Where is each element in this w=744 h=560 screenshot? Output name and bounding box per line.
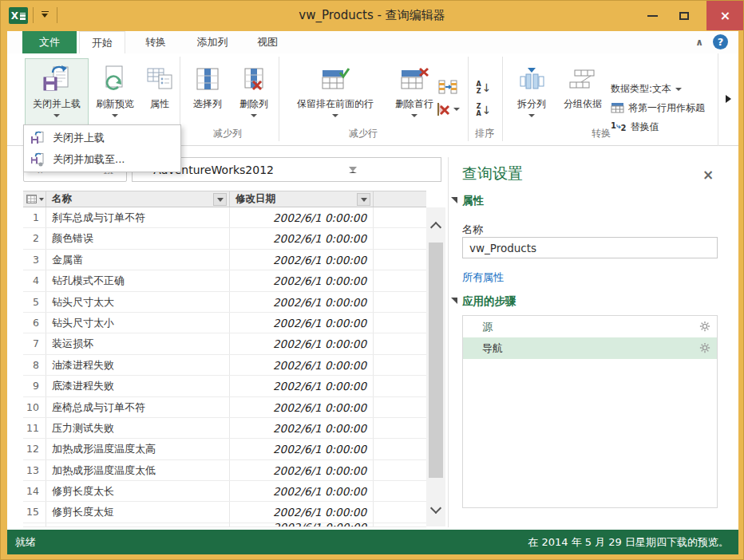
cell-modified-date[interactable]: 2002/6/1 0:00:00 xyxy=(230,460,374,480)
collapse-triangle-icon[interactable] xyxy=(451,197,457,203)
column-header-name[interactable]: 名称 xyxy=(46,191,230,207)
cell-modified-date[interactable]: 2002/6/1 0:00:00 xyxy=(230,250,374,270)
panel-title: 查询设置 xyxy=(462,164,523,184)
vertical-scrollbar[interactable] xyxy=(426,207,445,526)
collapse-ribbon-icon[interactable]: ∧ xyxy=(692,35,706,49)
scroll-up-icon[interactable] xyxy=(430,222,441,233)
cell-name[interactable]: 钻头尺寸太小 xyxy=(46,313,230,333)
column-header-modified-date[interactable]: 修改日期 xyxy=(230,191,374,207)
tab-view[interactable]: 视图 xyxy=(247,31,288,53)
cell-name[interactable]: 修剪长度太长 xyxy=(46,481,230,501)
cell-name[interactable]: 座椅总成与订单不符 xyxy=(46,397,230,417)
cell-modified-date[interactable]: 2002/6/1 0:00:00 xyxy=(230,439,374,459)
query-name-input[interactable] xyxy=(462,237,718,258)
cell-modified-date[interactable]: 2002/6/1 0:00:00 xyxy=(230,418,374,438)
panel-close-icon[interactable]: × xyxy=(702,167,714,183)
sort-ascending-button[interactable]: AZ ↓ xyxy=(473,77,494,97)
group-label-reduce-rows: 减少行 xyxy=(349,127,378,140)
tab-file[interactable]: 文件 xyxy=(22,31,77,53)
cell-modified-date[interactable]: 2002/6/1 0:00:00 xyxy=(230,270,374,290)
table-row[interactable]: 3 金属凿 2002/6/1 0:00:00 xyxy=(23,250,426,270)
collapse-triangle-icon[interactable] xyxy=(451,298,457,304)
group-label-reduce-columns: 减少列 xyxy=(213,127,242,140)
tab-add-column[interactable]: 添加列 xyxy=(184,31,240,53)
tab-transform[interactable]: 转换 xyxy=(133,31,178,53)
gear-icon[interactable] xyxy=(699,342,710,356)
expand-right-icon xyxy=(726,95,731,103)
applied-step-item[interactable]: 源 xyxy=(463,316,717,337)
scroll-down-icon[interactable] xyxy=(430,503,441,514)
replace-values-label: 替换值 xyxy=(631,120,659,134)
table-row[interactable]: 5 钻头尺寸太大 2002/6/1 0:00:00 xyxy=(23,292,426,313)
remove-duplicates-button[interactable] xyxy=(436,77,460,97)
filter-button[interactable] xyxy=(357,193,370,206)
cell-name[interactable]: 装运损坏 xyxy=(46,333,230,353)
cell-modified-date[interactable]: 2002/6/1 0:00:00 xyxy=(230,502,374,522)
group-separator xyxy=(502,57,503,141)
close-icon: × xyxy=(720,8,730,23)
cell-name[interactable]: 加热成形温度温度太高 xyxy=(46,439,230,459)
data-type-button[interactable]: 数据类型:文本 xyxy=(611,81,682,97)
cell-name[interactable]: 压力测试失败 xyxy=(46,418,230,438)
table-row[interactable]: 11 压力测试失败 2002/6/1 0:00:00 xyxy=(23,418,426,439)
table-row[interactable]: 8 油漆进程失败 2002/6/1 0:00:00 xyxy=(23,355,426,376)
minimize-button[interactable] xyxy=(638,1,667,30)
sort-down-arrow-icon: ↓ xyxy=(482,105,492,116)
split-column-label: 拆分列 xyxy=(517,97,546,111)
cell-modified-date[interactable]: 2002/6/1 0:00:00 xyxy=(230,397,374,417)
ribbon-expand-button[interactable] xyxy=(718,53,738,146)
all-properties-link[interactable]: 所有属性 xyxy=(462,270,504,285)
table-row[interactable]: 7 装运损坏 2002/6/1 0:00:00 xyxy=(23,333,426,354)
first-row-as-header-button[interactable]: 将第一行用作标题 xyxy=(611,100,705,116)
split-column-button[interactable]: 拆分列 xyxy=(509,58,555,140)
cell-modified-date[interactable]: 2002/6/1 0:00:00 xyxy=(230,292,374,312)
cell-modified-date[interactable]: 2002/6/1 0:00:00 xyxy=(230,355,374,375)
cell-modified-date[interactable]: 2002/6/1 0:00:00 xyxy=(230,313,374,333)
remove-errors-button[interactable] xyxy=(436,100,460,119)
group-separator xyxy=(468,57,469,141)
sort-descending-button[interactable]: ZA ↓ xyxy=(473,100,494,120)
tab-home[interactable]: 开始 xyxy=(79,31,125,53)
table-row[interactable]: 14 修剪长度太长 2002/6/1 0:00:00 xyxy=(23,481,426,502)
cell-name[interactable]: 刹车总成与订单不符 xyxy=(46,207,230,227)
cell-name[interactable]: 底漆进程失败 xyxy=(46,376,230,396)
cell-modified-date[interactable]: 2002/6/1 0:00:00 xyxy=(230,228,374,248)
table-row[interactable]: 6 钻头尺寸太小 2002/6/1 0:00:00 xyxy=(23,313,426,333)
query-editor-window: X vw_Products - 查询编辑器 × 文件 开始 转换 添加列 视图 … xyxy=(0,0,744,560)
table-corner-menu[interactable] xyxy=(23,191,46,207)
table-row[interactable]: 10 座椅总成与订单不符 2002/6/1 0:00:00 xyxy=(23,397,426,418)
cell-modified-date[interactable]: 2002/6/1 0:00:00 xyxy=(230,481,374,501)
table-row[interactable]: 2 颜色错误 2002/6/1 0:00:00 xyxy=(23,228,426,249)
cell-name[interactable]: 油漆进程失败 xyxy=(46,355,230,375)
cell-name[interactable]: 修剪长度太短 xyxy=(46,502,230,522)
gear-icon[interactable] xyxy=(699,321,710,334)
cell-modified-date[interactable]: 2002/6/1 0:00:00 xyxy=(230,376,374,396)
table-row[interactable]: 1 刹车总成与订单不符 2002/6/1 0:00:00 xyxy=(23,207,426,228)
close-button[interactable]: × xyxy=(706,1,744,30)
table-row[interactable]: 15 修剪长度太短 2002/6/1 0:00:00 xyxy=(23,502,426,523)
menu-item-close-and-load-to[interactable]: 关闭并加载至... xyxy=(24,148,180,170)
cell-name[interactable]: 钻孔模式不正确 xyxy=(46,270,230,290)
cell-modified-date[interactable]: 2002/6/1 0:00:00 xyxy=(230,207,374,227)
help-icon[interactable]: ? xyxy=(713,34,728,49)
applied-step-item[interactable]: 导航 xyxy=(463,337,717,359)
cell-name[interactable]: 金属凿 xyxy=(46,250,230,270)
table-row[interactable]: 9 底漆进程失败 2002/6/1 0:00:00 xyxy=(23,376,426,396)
replace-values-button[interactable]: 1⤷2 替换值 xyxy=(611,119,659,135)
query-settings-panel: 查询设置 × 属性 名称 所有属性 应用的步骤 源 导航 xyxy=(449,146,738,530)
cell-modified-date[interactable]: 2002/6/1 0:00:00 xyxy=(230,333,374,353)
cell-name[interactable]: 钻头尺寸太大 xyxy=(46,292,230,312)
filter-button[interactable] xyxy=(213,193,227,206)
cell-name[interactable]: 颜色错误 xyxy=(46,228,230,248)
maximize-button[interactable] xyxy=(670,1,698,30)
remove-top-rows-button[interactable]: 删除首行 xyxy=(389,58,440,140)
table-row[interactable]: 13 加热成形温度温度太低 2002/6/1 0:00:00 xyxy=(23,460,426,481)
scrollbar-thumb[interactable] xyxy=(429,243,443,478)
filter-icon xyxy=(217,198,224,202)
table-row[interactable]: 12 加热成形温度温度太高 2002/6/1 0:00:00 xyxy=(23,439,426,459)
chevron-down-icon[interactable] xyxy=(349,167,357,173)
table-row[interactable]: 4 钻孔模式不正确 2002/6/1 0:00:00 xyxy=(23,270,426,291)
menu-item-close-and-load[interactable]: 关闭并上载 xyxy=(24,127,180,148)
cell-name[interactable]: 加热成形温度温度太低 xyxy=(46,460,230,480)
properties-icon xyxy=(146,61,173,97)
